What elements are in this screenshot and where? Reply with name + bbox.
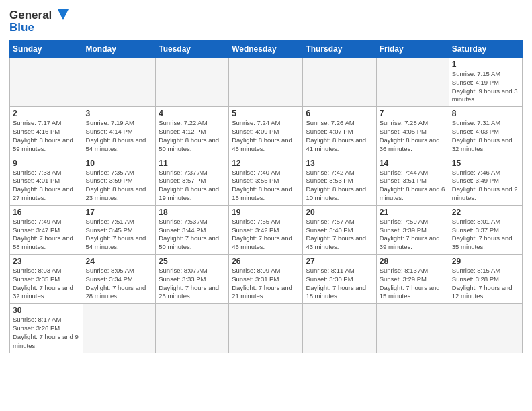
week-row-3: 9Sunrise: 7:33 AM Sunset: 4:01 PM Daylig… [10, 156, 523, 205]
calendar-cell: 16Sunrise: 7:49 AM Sunset: 3:47 PM Dayli… [10, 205, 83, 254]
day-number: 17 [86, 208, 153, 217]
day-info: Sunrise: 7:57 AM Sunset: 3:40 PM Dayligh… [306, 218, 373, 252]
day-number: 2 [13, 109, 80, 118]
calendar-cell [156, 58, 229, 107]
calendar-cell: 4Sunrise: 7:22 AM Sunset: 4:12 PM Daylig… [156, 107, 229, 156]
day-info: Sunrise: 8:15 AM Sunset: 3:28 PM Dayligh… [452, 267, 519, 301]
day-number: 30 [13, 306, 80, 315]
day-number: 28 [380, 257, 446, 266]
weekday-header-friday: Friday [376, 41, 449, 58]
day-number: 12 [232, 158, 300, 168]
calendar-cell: 19Sunrise: 7:55 AM Sunset: 3:42 PM Dayli… [229, 205, 303, 254]
day-info: Sunrise: 8:05 AM Sunset: 3:34 PM Dayligh… [86, 267, 153, 301]
day-info: Sunrise: 7:49 AM Sunset: 3:47 PM Dayligh… [13, 218, 80, 252]
day-info: Sunrise: 8:01 AM Sunset: 3:37 PM Dayligh… [452, 218, 519, 252]
day-info: Sunrise: 7:26 AM Sunset: 4:07 PM Dayligh… [306, 119, 373, 153]
week-row-6: 30Sunrise: 8:17 AM Sunset: 3:26 PM Dayli… [10, 304, 523, 353]
weekday-header-monday: Monday [83, 41, 156, 58]
day-info: Sunrise: 7:22 AM Sunset: 4:12 PM Dayligh… [159, 119, 226, 153]
calendar-cell: 2Sunrise: 7:17 AM Sunset: 4:16 PM Daylig… [10, 107, 83, 156]
day-info: Sunrise: 7:31 AM Sunset: 4:03 PM Dayligh… [452, 119, 519, 153]
day-info: Sunrise: 7:28 AM Sunset: 4:05 PM Dayligh… [380, 119, 446, 153]
day-number: 3 [86, 109, 153, 118]
calendar-cell [156, 304, 229, 353]
day-number: 4 [159, 109, 226, 118]
calendar-cell [83, 58, 156, 107]
calendar-cell [376, 58, 449, 107]
day-info: Sunrise: 7:19 AM Sunset: 4:14 PM Dayligh… [86, 119, 153, 153]
calendar-cell: 30Sunrise: 8:17 AM Sunset: 3:26 PM Dayli… [10, 304, 83, 353]
day-info: Sunrise: 8:17 AM Sunset: 3:26 PM Dayligh… [13, 316, 80, 350]
calendar-cell [229, 58, 303, 107]
day-info: Sunrise: 8:13 AM Sunset: 3:29 PM Dayligh… [380, 267, 446, 301]
calendar-cell: 27Sunrise: 8:11 AM Sunset: 3:30 PM Dayli… [303, 255, 376, 304]
day-info: Sunrise: 8:09 AM Sunset: 3:31 PM Dayligh… [232, 267, 300, 301]
day-number: 11 [159, 158, 226, 168]
day-info: Sunrise: 7:15 AM Sunset: 4:19 PM Dayligh… [452, 70, 519, 104]
weekday-header-saturday: Saturday [449, 41, 522, 58]
day-info: Sunrise: 7:35 AM Sunset: 3:59 PM Dayligh… [86, 169, 153, 203]
week-row-2: 2Sunrise: 7:17 AM Sunset: 4:16 PM Daylig… [10, 107, 523, 156]
day-number: 22 [452, 208, 519, 217]
calendar-cell: 12Sunrise: 7:40 AM Sunset: 3:55 PM Dayli… [229, 156, 303, 205]
weekday-header-sunday: Sunday [10, 41, 83, 58]
calendar-cell: 8Sunrise: 7:31 AM Sunset: 4:03 PM Daylig… [449, 107, 522, 156]
calendar-cell: 28Sunrise: 8:13 AM Sunset: 3:29 PM Dayli… [376, 255, 449, 304]
calendar-cell [449, 304, 522, 353]
calendar-cell: 18Sunrise: 7:53 AM Sunset: 3:44 PM Dayli… [156, 205, 229, 254]
calendar-cell: 3Sunrise: 7:19 AM Sunset: 4:14 PM Daylig… [83, 107, 156, 156]
day-number: 27 [306, 257, 373, 266]
day-number: 13 [306, 158, 373, 168]
week-row-1: 1Sunrise: 7:15 AM Sunset: 4:19 PM Daylig… [10, 58, 523, 107]
day-info: Sunrise: 7:51 AM Sunset: 3:45 PM Dayligh… [86, 218, 153, 252]
weekday-header-thursday: Thursday [303, 41, 376, 58]
calendar-cell: 22Sunrise: 8:01 AM Sunset: 3:37 PM Dayli… [449, 205, 522, 254]
calendar-cell: 25Sunrise: 8:07 AM Sunset: 3:33 PM Dayli… [156, 255, 229, 304]
day-number: 23 [13, 257, 80, 266]
day-number: 26 [232, 257, 300, 266]
logo-svg: General Blue [9, 7, 70, 36]
weekday-header-tuesday: Tuesday [156, 41, 229, 58]
day-number: 1 [452, 60, 519, 69]
day-number: 10 [86, 158, 153, 168]
day-info: Sunrise: 7:17 AM Sunset: 4:16 PM Dayligh… [13, 119, 80, 153]
day-info: Sunrise: 7:40 AM Sunset: 3:55 PM Dayligh… [232, 169, 300, 203]
calendar-cell: 5Sunrise: 7:24 AM Sunset: 4:09 PM Daylig… [229, 107, 303, 156]
day-number: 8 [452, 109, 519, 118]
calendar-cell: 24Sunrise: 8:05 AM Sunset: 3:34 PM Dayli… [83, 255, 156, 304]
calendar-cell [303, 304, 376, 353]
day-info: Sunrise: 8:07 AM Sunset: 3:33 PM Dayligh… [159, 267, 226, 301]
calendar-cell [376, 304, 449, 353]
svg-text:General: General [9, 9, 52, 21]
day-info: Sunrise: 7:37 AM Sunset: 3:57 PM Dayligh… [159, 169, 226, 203]
day-info: Sunrise: 7:24 AM Sunset: 4:09 PM Dayligh… [232, 119, 300, 153]
day-number: 18 [159, 208, 226, 217]
day-info: Sunrise: 8:11 AM Sunset: 3:30 PM Dayligh… [306, 267, 373, 301]
day-number: 15 [452, 158, 519, 168]
day-info: Sunrise: 7:53 AM Sunset: 3:44 PM Dayligh… [159, 218, 226, 252]
day-number: 29 [452, 257, 519, 266]
day-info: Sunrise: 7:44 AM Sunset: 3:51 PM Dayligh… [380, 169, 446, 203]
day-number: 19 [232, 208, 300, 217]
day-number: 21 [380, 208, 446, 217]
day-info: Sunrise: 7:46 AM Sunset: 3:49 PM Dayligh… [452, 169, 519, 203]
svg-marker-2 [58, 9, 69, 20]
calendar-cell: 17Sunrise: 7:51 AM Sunset: 3:45 PM Dayli… [83, 205, 156, 254]
day-number: 14 [380, 158, 446, 168]
day-number: 20 [306, 208, 373, 217]
calendar-cell: 10Sunrise: 7:35 AM Sunset: 3:59 PM Dayli… [83, 156, 156, 205]
calendar-cell: 1Sunrise: 7:15 AM Sunset: 4:19 PM Daylig… [449, 58, 522, 107]
calendar-cell: 21Sunrise: 7:59 AM Sunset: 3:39 PM Dayli… [376, 205, 449, 254]
day-info: Sunrise: 7:42 AM Sunset: 3:53 PM Dayligh… [306, 169, 373, 203]
week-row-4: 16Sunrise: 7:49 AM Sunset: 3:47 PM Dayli… [10, 205, 523, 254]
calendar-cell: 11Sunrise: 7:37 AM Sunset: 3:57 PM Dayli… [156, 156, 229, 205]
week-row-5: 23Sunrise: 8:03 AM Sunset: 3:35 PM Dayli… [10, 255, 523, 304]
header: General Blue [9, 7, 523, 36]
calendar-cell: 15Sunrise: 7:46 AM Sunset: 3:49 PM Dayli… [449, 156, 522, 205]
calendar-cell: 14Sunrise: 7:44 AM Sunset: 3:51 PM Dayli… [376, 156, 449, 205]
day-number: 24 [86, 257, 153, 266]
day-info: Sunrise: 8:03 AM Sunset: 3:35 PM Dayligh… [13, 267, 80, 301]
calendar-cell: 7Sunrise: 7:28 AM Sunset: 4:05 PM Daylig… [376, 107, 449, 156]
weekday-header-wednesday: Wednesday [229, 41, 303, 58]
calendar-table: SundayMondayTuesdayWednesdayThursdayFrid… [9, 40, 523, 353]
